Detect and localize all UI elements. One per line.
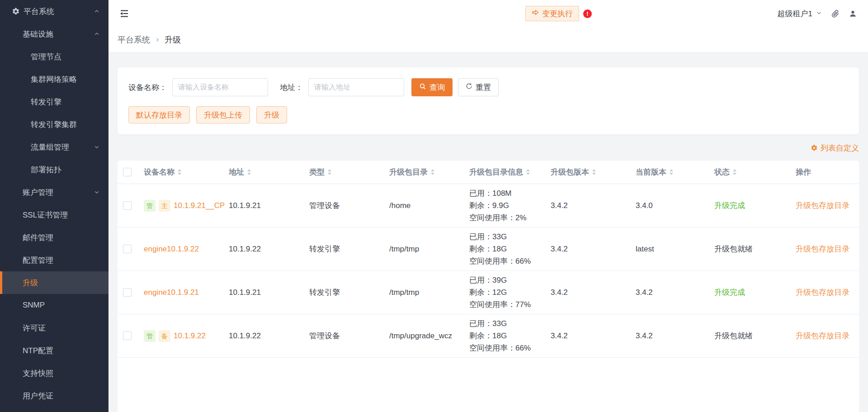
arrow-right-icon [532, 9, 539, 19]
col-header-type[interactable]: 类型 [309, 167, 389, 177]
device-name-cell: 管 备 10.1.9.22 [144, 330, 229, 342]
sidebar-item-forward-engine[interactable]: 转发引擎 [0, 90, 108, 113]
package-dir-cell: /tmp/tmp [389, 245, 469, 254]
col-header-address[interactable]: 地址 [229, 167, 309, 177]
package-dir-info-cell: 已用：108M 剩余：9.9G 空间使用率：2% [469, 187, 551, 224]
page-content: 设备名称： 地址： 查询 重置 默认存放目录 升级包上传 [108, 52, 868, 412]
sort-icon [592, 169, 596, 175]
package-directory-link[interactable]: 升级包存放目录 [796, 287, 849, 298]
sidebar-item-cluster-network-policy[interactable]: 集群网络策略 [0, 68, 108, 90]
type-cell: 转发引擎 [309, 244, 389, 254]
package-version-cell: 3.4.2 [551, 331, 636, 341]
address-cell: 10.1.9.22 [229, 245, 309, 254]
col-header-package-dir[interactable]: 升级包目录 [389, 167, 469, 177]
sidebar-collapse-button[interactable] [118, 8, 130, 20]
chevron-right-icon [155, 37, 160, 43]
package-directory-link[interactable]: 升级包存放目录 [796, 200, 849, 211]
col-header-current-version[interactable]: 当前版本 [636, 167, 714, 177]
type-cell: 转发引擎 [309, 287, 389, 298]
address-cell: 10.1.9.21 [229, 201, 309, 210]
sidebar-item-mail[interactable]: 邮件管理 [0, 226, 108, 249]
menu-fold-icon [119, 8, 130, 20]
sort-icon [670, 169, 673, 175]
package-directory-link[interactable]: 升级包存放目录 [796, 331, 849, 341]
select-all-checkbox[interactable] [123, 168, 132, 176]
badge-primary: 主 [159, 200, 170, 212]
col-header-package-version[interactable]: 升级包版本 [551, 167, 636, 177]
row-checkbox[interactable] [123, 331, 132, 340]
address-label: 地址： [280, 82, 303, 93]
package-version-cell: 3.4.2 [551, 245, 636, 254]
upgrade-button[interactable]: 升级 [256, 106, 287, 123]
sort-icon [733, 169, 736, 175]
address-input[interactable] [308, 78, 404, 96]
sidebar-item-ssl-cert[interactable]: SSL证书管理 [0, 204, 108, 226]
device-name-cell: 管 主 10.1.9.21__CPUH [144, 200, 229, 212]
device-name-label: 设备名称： [128, 82, 167, 93]
sidebar-item-deploy-topology[interactable]: 部署拓扑 [0, 158, 108, 181]
change-execution-button[interactable]: 变更执行 [525, 6, 579, 21]
badge-manage: 管 [144, 200, 156, 212]
row-checkbox[interactable] [123, 201, 132, 210]
sidebar-item-forward-engine-cluster[interactable]: 转发引擎集群 [0, 113, 108, 136]
refresh-icon [466, 83, 472, 92]
reset-button[interactable]: 重置 [458, 78, 499, 96]
package-version-cell: 3.4.2 [551, 201, 636, 210]
device-table: 设备名称 地址 类型 升级包目录 升级包目录信息 升级包版本 当前版本 状态 操… [118, 161, 859, 412]
tenant-menu[interactable]: 超级租户1 [778, 9, 822, 19]
alert-badge[interactable]: ! [583, 9, 592, 18]
breadcrumb-item-current: 升级 [165, 34, 181, 45]
device-name-link[interactable]: engine10.1.9.22 [144, 245, 199, 254]
sort-icon [328, 169, 331, 175]
current-version-cell: latest [636, 245, 714, 254]
sidebar-item-support-snapshot[interactable]: 支持快照 [0, 362, 108, 384]
device-name-link[interactable]: 10.1.9.22 [174, 331, 206, 341]
topbar-user-area: 超级租户1 [778, 0, 857, 27]
package-dir-cell: /home [389, 201, 469, 210]
device-name-input[interactable] [172, 78, 268, 96]
chevron-up-icon [94, 9, 99, 14]
sidebar-item-ntp[interactable]: NTP配置 [0, 339, 108, 362]
upload-package-button[interactable]: 升级包上传 [196, 106, 250, 123]
sort-icon [247, 169, 251, 175]
package-dir-cell: /tmp/upgrade_wcz [389, 331, 469, 341]
sidebar-item-config[interactable]: 配置管理 [0, 249, 108, 271]
gear-icon [12, 7, 20, 15]
device-name-cell: engine10.1.9.21 [144, 288, 229, 297]
current-version-cell: 3.4.2 [636, 288, 714, 297]
sidebar-group-platform-system[interactable]: 平台系统 [0, 0, 108, 23]
search-button[interactable]: 查询 [411, 78, 453, 96]
col-header-device-name[interactable]: 设备名称 [144, 167, 229, 177]
sidebar-item-snmp[interactable]: SNMP [0, 294, 108, 317]
customize-columns-link[interactable]: 列表自定义 [811, 143, 859, 153]
col-header-package-dir-info[interactable]: 升级包目录信息 [469, 167, 551, 177]
sidebar-item-user-credential[interactable]: 用户凭证 [0, 384, 108, 407]
package-directory-link[interactable]: 升级包存放目录 [796, 244, 849, 254]
sidebar-item-upgrade[interactable]: 升级 [0, 271, 108, 294]
sidebar-group-account-management[interactable]: 账户管理 [0, 181, 108, 204]
chevron-up-icon [94, 31, 99, 37]
default-directory-button[interactable]: 默认存放目录 [128, 106, 190, 123]
row-checkbox[interactable] [123, 245, 132, 253]
sidebar-item-manage-node[interactable]: 管理节点 [0, 45, 108, 68]
device-name-link[interactable]: engine10.1.9.21 [144, 288, 199, 297]
col-header-status[interactable]: 状态 [714, 167, 796, 177]
chevron-down-icon [94, 189, 99, 195]
address-cell: 10.1.9.21 [229, 288, 309, 297]
breadcrumb-item[interactable]: 平台系统 [118, 34, 150, 45]
link-icon[interactable] [831, 9, 840, 18]
table-header-row: 设备名称 地址 类型 升级包目录 升级包目录信息 升级包版本 当前版本 状态 操… [118, 161, 859, 184]
current-version-cell: 3.4.0 [636, 201, 714, 210]
sidebar-group-infrastructure[interactable]: 基础设施 [0, 23, 108, 45]
row-checkbox[interactable] [123, 288, 132, 297]
sidebar: 平台系统 基础设施 管理节点 集群网络策略 转发引擎 转发引擎集群 流量组管理 … [0, 0, 108, 412]
sidebar-group-traffic-group[interactable]: 流量组管理 [0, 136, 108, 158]
sidebar-item-license[interactable]: 许可证 [0, 317, 108, 339]
status-cell: 升级包就绪 [714, 331, 796, 341]
table-row: 管 备 10.1.9.22 10.1.9.22 管理设备 /tmp/upgrad… [118, 314, 859, 358]
user-icon[interactable] [849, 9, 857, 18]
device-name-link[interactable]: 10.1.9.21__CPUH [174, 201, 224, 210]
breadcrumb: 平台系统 升级 [108, 27, 868, 52]
package-dir-info-cell: 已用：33G 剩余：18G 空间使用率：66% [469, 231, 551, 267]
current-version-cell: 3.4.2 [636, 331, 714, 341]
